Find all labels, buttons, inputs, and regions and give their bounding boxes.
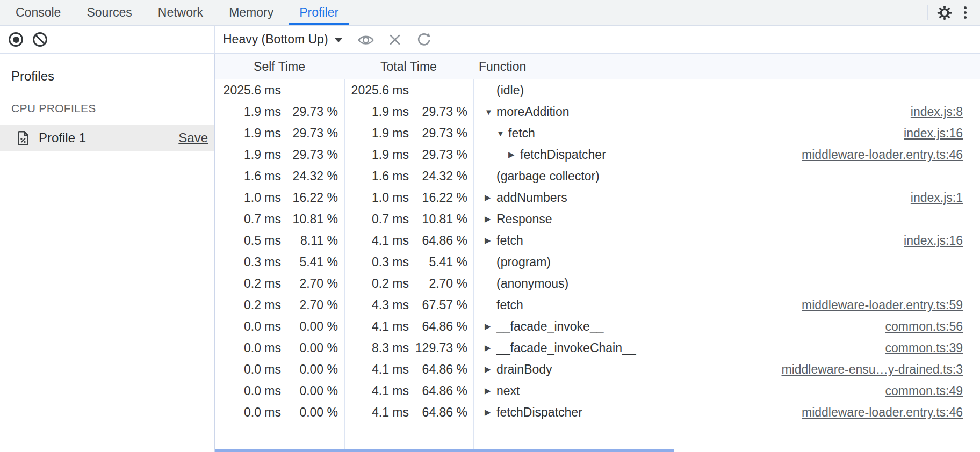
source-location-link[interactable]: index.js:16 (893, 126, 963, 141)
table-row[interactable]: 0.2 ms2.70 %4.3 ms67.57 %fetchmiddleware… (215, 294, 980, 316)
table-row[interactable]: 0.7 ms10.81 %0.7 ms10.81 %▶Response (215, 208, 980, 230)
collapsed-arrow-icon[interactable]: ▶ (508, 150, 520, 159)
table-row[interactable]: 1.6 ms24.32 %1.6 ms24.32 %(garbage colle… (215, 165, 980, 187)
total-time-cell: 0.3 ms5.41 % (345, 255, 474, 269)
source-location-link[interactable]: common.ts:49 (875, 384, 963, 398)
table-row[interactable]: 0.3 ms5.41 %0.3 ms5.41 %(program) (215, 251, 980, 273)
save-profile-link[interactable]: Save (178, 130, 208, 145)
more-options-button[interactable] (955, 3, 975, 23)
expanded-arrow-icon[interactable]: ▼ (496, 129, 508, 138)
table-row[interactable]: 0.0 ms0.00 %4.1 ms64.86 %▶__facade_invok… (215, 316, 980, 337)
function-cell: ▶fetchDispatchermiddleware-loader.entry.… (474, 148, 980, 162)
total-time-ms: 8.3 ms (345, 341, 409, 355)
source-location-link[interactable]: middleware-loader.entry.ts:46 (791, 405, 963, 420)
source-location-link[interactable]: middleware-loader.entry.ts:59 (791, 298, 963, 312)
self-time-cell: 1.9 ms29.73 % (215, 126, 345, 141)
focus-selected-button[interactable] (357, 31, 375, 49)
table-row[interactable]: 0.2 ms2.70 %0.2 ms2.70 %(anonymous) (215, 273, 980, 294)
self-time-ms: 0.7 ms (215, 212, 281, 227)
function-name: __facade_invoke__ (496, 319, 604, 334)
column-header-total-time[interactable]: Total Time (344, 54, 473, 79)
tab-memory[interactable]: Memory (216, 0, 286, 25)
self-time-cell: 0.0 ms0.00 % (215, 384, 345, 398)
horizontal-scrollbar-thumb[interactable] (215, 449, 674, 452)
close-icon (387, 32, 403, 48)
collapsed-arrow-icon[interactable]: ▶ (485, 193, 496, 202)
restore-nodes-button[interactable] (415, 31, 433, 49)
self-time-percent: 0.00 % (281, 384, 338, 398)
tab-console[interactable]: Console (3, 0, 74, 25)
table-row[interactable]: 1.0 ms16.22 %1.0 ms16.22 %▶addNumbersind… (215, 187, 980, 208)
kebab-menu-icon (964, 6, 967, 19)
tab-network[interactable]: Network (145, 0, 216, 25)
table-row[interactable]: 0.0 ms0.00 %4.1 ms64.86 %▶nextcommon.ts:… (215, 380, 980, 402)
source-location-link[interactable]: index.js:8 (900, 105, 963, 119)
function-cell: ▶drainBodymiddleware-ensu…y-drained.ts:3 (474, 362, 980, 377)
self-time-percent: 8.11 % (281, 234, 338, 248)
collapsed-arrow-icon[interactable]: ▶ (485, 386, 496, 396)
source-location-link[interactable]: common.ts:56 (875, 319, 963, 334)
settings-button[interactable] (934, 3, 955, 23)
source-location-link[interactable]: index.js:1 (900, 191, 963, 205)
tab-sources[interactable]: Sources (74, 0, 145, 25)
total-time-cell: 4.1 ms64.86 % (345, 405, 474, 420)
table-row[interactable]: 1.9 ms29.73 %1.9 ms29.73 %▶fetchDispatch… (215, 144, 980, 165)
collapsed-arrow-icon[interactable]: ▶ (485, 364, 496, 374)
total-time-ms: 4.1 ms (345, 405, 409, 420)
collapsed-arrow-icon[interactable]: ▶ (485, 407, 496, 417)
total-time-ms: 0.3 ms (345, 255, 409, 269)
column-header-self-time[interactable]: Self Time (215, 54, 344, 79)
total-time-cell: 8.3 ms129.73 % (345, 341, 474, 355)
table-row[interactable]: 0.5 ms8.11 %4.1 ms64.86 %▶fetchindex.js:… (215, 230, 980, 251)
table-row[interactable]: 2025.6 ms2025.6 ms(idle) (215, 79, 980, 101)
table-row[interactable]: 0.0 ms0.00 %4.1 ms64.86 %▶drainBodymiddl… (215, 359, 980, 380)
self-time-cell: 0.0 ms0.00 % (215, 341, 345, 355)
tab-profiler[interactable]: Profiler (286, 0, 351, 25)
function-name: (program) (496, 255, 551, 269)
cpu-profiles-section-label: CPU PROFILES (0, 84, 214, 115)
total-time-ms: 4.1 ms (345, 319, 409, 334)
exclude-selected-button[interactable] (386, 31, 404, 49)
total-time-percent: 16.22 % (409, 191, 467, 205)
total-time-percent: 2.70 % (409, 276, 467, 291)
total-time-ms: 1.0 ms (345, 191, 409, 205)
total-time-cell: 1.9 ms29.73 % (345, 105, 474, 119)
column-header-function[interactable]: Function (473, 54, 980, 79)
self-time-cell: 0.7 ms10.81 % (215, 212, 345, 227)
collapsed-arrow-icon[interactable]: ▶ (485, 322, 496, 331)
source-location-link[interactable]: common.ts:39 (875, 341, 963, 355)
total-time-percent: 64.86 % (409, 362, 467, 377)
profile-view-select[interactable]: Heavy (Bottom Up) (223, 32, 343, 47)
self-time-percent: 0.00 % (281, 319, 338, 334)
table-row[interactable]: 1.9 ms29.73 %1.9 ms29.73 %▼fetchindex.js… (215, 122, 980, 144)
clear-profiles-button[interactable] (33, 32, 47, 47)
source-location-link[interactable]: index.js:16 (893, 234, 963, 248)
source-location-link[interactable]: middleware-loader.entry.ts:46 (791, 148, 963, 162)
self-time-ms: 0.2 ms (215, 276, 281, 291)
function-cell: (program) (474, 255, 980, 269)
table-row[interactable]: 1.9 ms29.73 %1.9 ms29.73 %▼moreAdditioni… (215, 101, 980, 122)
total-time-ms: 0.7 ms (345, 212, 409, 227)
record-profile-button[interactable] (9, 32, 23, 47)
source-location-link[interactable]: middleware-ensu…y-drained.ts:3 (771, 362, 963, 377)
profile-view-select-label: Heavy (Bottom Up) (223, 32, 328, 47)
self-time-ms: 0.2 ms (215, 298, 281, 312)
table-row[interactable]: 0.0 ms0.00 %8.3 ms129.73 %▶__facade_invo… (215, 337, 980, 359)
total-time-percent: 29.73 % (409, 148, 467, 162)
self-time-ms: 2025.6 ms (215, 83, 281, 98)
total-time-ms: 4.1 ms (345, 234, 409, 248)
self-time-cell: 1.9 ms29.73 % (215, 148, 345, 162)
vertical-divider (927, 5, 928, 20)
self-time-cell: 0.3 ms5.41 % (215, 255, 345, 269)
collapsed-arrow-icon[interactable]: ▶ (485, 214, 496, 224)
function-name: fetchDispatcher (520, 148, 606, 162)
self-time-percent: 16.22 % (281, 191, 338, 205)
self-time-percent: 29.73 % (281, 105, 338, 119)
sidebar-item-profile-1[interactable]: Profile 1 Save (0, 125, 214, 151)
collapsed-arrow-icon[interactable]: ▶ (485, 343, 496, 353)
self-time-percent: 0.00 % (281, 341, 338, 355)
function-cell: ▶nextcommon.ts:49 (474, 384, 980, 398)
collapsed-arrow-icon[interactable]: ▶ (485, 236, 496, 245)
table-row[interactable]: 0.0 ms0.00 %4.1 ms64.86 %▶fetchDispatche… (215, 402, 980, 423)
expanded-arrow-icon[interactable]: ▼ (485, 107, 496, 116)
